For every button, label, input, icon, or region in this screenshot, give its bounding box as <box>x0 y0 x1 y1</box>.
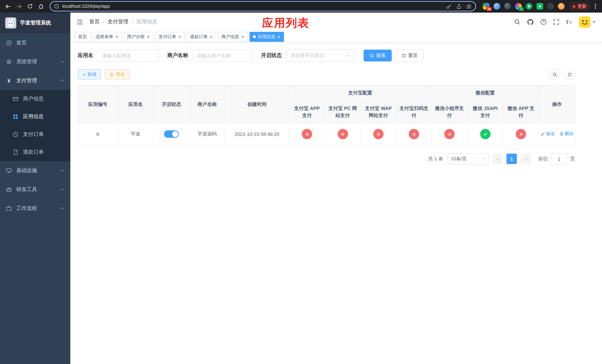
edit-icon <box>540 132 545 136</box>
app-title: 芋道管理系统 <box>20 20 51 26</box>
reset-button[interactable]: 重置 <box>395 50 424 62</box>
svg-text:T: T <box>566 19 569 25</box>
merchant-name-input[interactable] <box>192 50 253 62</box>
close-icon[interactable] <box>115 35 118 38</box>
wx-app-status-icon <box>516 129 526 139</box>
col-group-alipay: 支付宝配置 <box>289 85 431 100</box>
extension-badge-10: 10 <box>486 7 492 11</box>
password-key-icon[interactable] <box>446 3 452 9</box>
sidebar-toggle-icon[interactable] <box>76 18 83 25</box>
extension-icon-1[interactable]: 10 <box>483 3 489 10</box>
tab-user-group[interactable]: 用户分组 <box>124 32 153 42</box>
alipay-qr-status-icon <box>409 129 419 139</box>
bookmark-star-icon[interactable] <box>466 3 472 9</box>
sidebar-item-system[interactable]: 系统管理 <box>0 52 70 71</box>
chevron-down-icon <box>346 54 351 58</box>
home-icon[interactable] <box>36 1 46 11</box>
breadcrumb-home[interactable]: 首页 <box>89 19 100 25</box>
site-info-icon[interactable] <box>54 4 59 9</box>
forward-icon[interactable] <box>14 1 24 11</box>
app-logo <box>5 17 16 29</box>
extension-icon-2[interactable] <box>494 3 500 10</box>
help-icon[interactable] <box>540 19 547 25</box>
delete-link[interactable]: 删除 <box>559 131 574 137</box>
prev-page-button[interactable] <box>492 154 503 164</box>
fullscreen-icon[interactable] <box>553 19 559 25</box>
avatar <box>579 16 591 28</box>
credit-card-icon <box>13 96 19 102</box>
user-menu[interactable] <box>579 16 596 28</box>
tab-app-info[interactable]: 应用信息 <box>249 32 284 42</box>
tab-process-form[interactable]: 流程表单 <box>92 32 122 42</box>
browser-toolbar: localhost:1024/pay/app 10 1 <box>0 0 602 13</box>
sidebar-item-refund-orders[interactable]: 退款订单 <box>0 143 70 161</box>
tab-refund-orders[interactable]: 退款订单 <box>187 32 216 42</box>
goto-suffix: 页 <box>570 156 575 162</box>
app-logo-bar[interactable]: 芋道管理系统 <box>0 13 70 33</box>
sidebar-item-payment-orders[interactable]: 支付订单 <box>0 126 70 143</box>
col-wx-app: 微信 APP 支付 <box>503 100 539 124</box>
search-icon[interactable] <box>514 19 521 25</box>
edit-link[interactable]: 修改 <box>540 131 555 137</box>
goto-page-input[interactable] <box>550 153 568 164</box>
reload-icon[interactable] <box>25 1 35 11</box>
extension-icon-3[interactable] <box>504 3 511 10</box>
extension-icon-6[interactable] <box>537 3 543 10</box>
close-icon[interactable] <box>277 35 281 38</box>
back-icon[interactable] <box>3 1 13 11</box>
app-name-input[interactable] <box>97 50 159 62</box>
extension-icon-8[interactable] <box>558 3 565 10</box>
cell-merchant: 芋道源码 <box>189 124 225 145</box>
status-select[interactable]: 请选择开启状态 <box>286 49 355 62</box>
add-button[interactable]: + 新增 <box>78 69 101 80</box>
tab-payment-orders[interactable]: 支付订单 <box>155 32 185 42</box>
browser-update-button[interactable]: 更新 <box>569 2 590 10</box>
col-alipay-wap: 支付宝 WAP 网站支付 <box>360 100 396 124</box>
next-page-button[interactable] <box>521 154 531 164</box>
extension-icon-7[interactable] <box>547 3 554 10</box>
export-button[interactable]: 导出 <box>105 69 129 80</box>
tab-merchant-info[interactable]: 商户信息 <box>218 32 248 42</box>
sidebar-menu: 首页 系统管理 ¥ 支付管理 <box>0 33 70 218</box>
page-number-1[interactable]: 1 <box>506 154 517 164</box>
page-size-select[interactable]: 10条/页 <box>448 153 489 164</box>
close-icon[interactable] <box>241 35 244 38</box>
page-content: 应用名 商户名称 开启状态 请选择开启状态 <box>70 43 602 164</box>
tab-home[interactable]: 首页 <box>75 32 90 42</box>
sidebar-item-workflow[interactable]: 工作流程 <box>0 199 70 218</box>
search-button[interactable]: 搜索 <box>364 50 392 62</box>
toggle-search-button[interactable] <box>549 69 560 80</box>
share-icon[interactable] <box>456 3 462 9</box>
extension-icon-4[interactable]: 1 <box>515 3 522 10</box>
sidebar-item-payment[interactable]: ¥ 支付管理 <box>0 71 70 90</box>
col-status: 开启状态 <box>153 85 189 124</box>
close-icon[interactable] <box>178 35 182 38</box>
col-created: 创建时间 <box>225 85 289 124</box>
refresh-table-button[interactable] <box>564 69 575 80</box>
close-icon[interactable] <box>210 35 213 38</box>
close-icon[interactable] <box>147 35 150 38</box>
payment-submenu: 商户信息 应用信息 支付订单 <box>0 90 70 161</box>
sidebar-item-app-info[interactable]: 应用信息 <box>0 108 70 126</box>
font-size-icon[interactable]: TT <box>566 19 573 25</box>
clock-circle-icon <box>13 131 19 137</box>
github-icon[interactable] <box>527 18 534 25</box>
status-toggle[interactable] <box>164 130 179 138</box>
dashboard-icon <box>6 40 12 46</box>
cell-created: 2021-10-23 08:49:25 <box>225 124 289 145</box>
breadcrumb-payment[interactable]: 支付管理 <box>108 19 129 25</box>
sidebar-item-merchant-info[interactable]: 商户信息 <box>0 90 70 108</box>
sidebar-item-dev-tools[interactable]: 研发工具 <box>0 180 70 199</box>
cell-app-name: 芋道 <box>118 124 153 145</box>
wx-mini-status-icon <box>444 129 455 139</box>
app-name-label: 应用名 <box>78 52 93 59</box>
browser-menu-icon[interactable] <box>592 3 599 9</box>
extension-icon-5[interactable] <box>526 3 532 10</box>
sidebar-item-home[interactable]: 首页 <box>0 33 70 52</box>
navbar-actions: TT <box>514 16 596 28</box>
gear-icon <box>6 59 12 65</box>
address-bar[interactable]: localhost:1024/pay/app <box>50 1 476 11</box>
sidebar-item-infrastructure[interactable]: 基础设施 <box>0 161 70 180</box>
wx-jsapi-status-icon <box>480 129 490 139</box>
goto-prefix: 前往 <box>538 156 548 162</box>
